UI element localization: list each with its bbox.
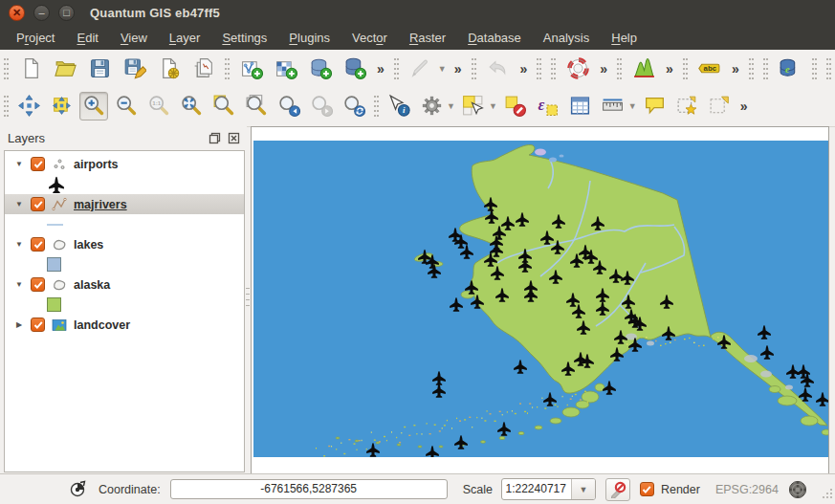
zoom-to-selection-icon[interactable] [209, 92, 238, 121]
deselect-icon[interactable] [501, 92, 530, 121]
composer-manager-icon[interactable] [188, 55, 217, 83]
zoom-to-layer-icon[interactable] [242, 92, 271, 121]
layer-name-label: alaska [74, 278, 110, 292]
map-canvas[interactable] [251, 126, 829, 474]
toolbar-drag-handle[interactable] [549, 56, 558, 81]
layer-item-lakes[interactable]: ▼lakes [5, 234, 244, 254]
window-resize-grip[interactable] [822, 488, 833, 502]
toolbar-overflow-chevron-icon[interactable]: » [598, 61, 609, 77]
help-contents-icon[interactable] [563, 55, 592, 83]
toolbar-drag-handle[interactable] [470, 56, 478, 81]
measure-dropdown-caret-icon[interactable]: ▼ [628, 101, 637, 111]
new-project-icon[interactable] [16, 55, 45, 83]
toggle-editing-dropdown-caret-icon[interactable]: ▼ [438, 64, 447, 74]
map-tools-gear-dropdown-caret-icon[interactable]: ▼ [447, 101, 455, 111]
menu-database[interactable]: Database [468, 31, 521, 45]
collapse-arrow-icon[interactable]: ▼ [14, 200, 24, 208]
menu-analysis[interactable]: Analysis [543, 31, 589, 45]
toolbar-drag-handle[interactable] [223, 56, 231, 81]
layer-visibility-checkbox[interactable] [31, 237, 45, 252]
measure-icon[interactable] [599, 92, 627, 121]
show-bookmarks-icon[interactable] [706, 92, 735, 121]
toolbar-overflow-chevron-icon[interactable]: » [664, 61, 675, 77]
expand-arrow-icon[interactable]: ▶ [14, 320, 24, 329]
layer-visibility-checkbox[interactable] [31, 277, 45, 292]
select-expression-icon[interactable]: ε [534, 92, 562, 121]
add-raster-layer-icon[interactable] [272, 55, 300, 83]
toolbar-drag-handle[interactable] [2, 56, 11, 81]
save-project-as-icon[interactable] [120, 55, 148, 83]
window-minimize-button[interactable]: – [33, 5, 50, 21]
menu-project[interactable]: Project [16, 31, 55, 45]
pan-to-selection-icon[interactable] [47, 92, 76, 121]
toolbar-overflow-chevron-icon[interactable]: » [375, 61, 386, 77]
toolbar-drag-handle[interactable] [615, 56, 624, 81]
scale-value[interactable]: 1:22240717 [502, 479, 571, 499]
zoom-out-icon[interactable] [112, 92, 141, 121]
save-project-icon[interactable] [85, 55, 114, 83]
float-panel-icon[interactable] [208, 131, 222, 145]
toolbar-overflow-chevron-icon[interactable]: » [452, 61, 464, 77]
open-project-icon[interactable] [51, 55, 79, 83]
scale-combobox[interactable]: 1:22240717 ▼ [501, 478, 596, 500]
zoom-in-icon[interactable] [79, 92, 108, 121]
evis-database-icon[interactable]: e [776, 55, 804, 83]
attribute-table-icon[interactable] [566, 92, 595, 121]
layer-item-landcover[interactable]: ▶landcover [5, 315, 244, 335]
menu-view[interactable]: View [121, 31, 147, 45]
toolbar-drag-handle[interactable] [681, 56, 690, 81]
identify-icon[interactable]: i [385, 92, 413, 121]
menu-edit[interactable]: Edit [77, 31, 98, 45]
layer-item-alaska[interactable]: ▼alaska [5, 274, 244, 295]
menu-settings[interactable]: Settings [222, 31, 267, 45]
close-panel-icon[interactable] [227, 131, 241, 145]
map-tips-icon[interactable] [641, 92, 670, 121]
toolbar-drag-handle[interactable] [810, 56, 819, 81]
render-checkbox[interactable] [640, 482, 654, 496]
new-print-composer-icon[interactable] [154, 55, 183, 83]
histogram-icon[interactable] [629, 55, 658, 83]
select-features-icon[interactable] [459, 92, 488, 121]
menu-help[interactable]: Help [611, 31, 637, 45]
layer-visibility-checkbox[interactable] [31, 157, 45, 171]
collapse-arrow-icon[interactable]: ▼ [14, 160, 24, 168]
window-maximize-button[interactable]: □ [58, 5, 75, 21]
add-spatialite-layer-icon[interactable] [341, 55, 369, 83]
menu-layer[interactable]: Layer [169, 31, 201, 45]
labeling-icon[interactable]: abc [695, 55, 724, 83]
toolbar-overflow-chevron-icon[interactable]: » [518, 61, 530, 77]
pan-icon[interactable] [14, 92, 43, 121]
toolbar-drag-handle[interactable] [392, 56, 401, 81]
layer-item-airports[interactable]: ▼airports [5, 154, 244, 174]
toolbar-drag-handle[interactable] [761, 56, 770, 81]
stop-rendering-button[interactable] [605, 478, 630, 501]
zoom-last-icon[interactable] [275, 92, 303, 121]
layer-item-majrivers[interactable]: ▼majrivers [5, 194, 244, 214]
menu-raster[interactable]: Raster [409, 31, 446, 45]
layer-visibility-checkbox[interactable] [31, 318, 45, 332]
zoom-full-icon[interactable] [177, 92, 206, 121]
toolbar-overflow-chevron-icon[interactable]: » [730, 61, 741, 77]
collapse-arrow-icon[interactable]: ▼ [14, 280, 24, 289]
menu-vector[interactable]: Vector [352, 31, 387, 45]
window-close-button[interactable]: ✕ [9, 5, 25, 21]
layer-visibility-checkbox[interactable] [31, 197, 45, 211]
collapse-arrow-icon[interactable]: ▼ [14, 240, 24, 249]
scale-dropdown-arrow-icon[interactable]: ▼ [571, 479, 595, 499]
coordinate-input[interactable]: -6761566,5287365 [170, 479, 448, 499]
toolbar-drag-handle[interactable] [372, 94, 381, 119]
mouse-position-icon[interactable] [69, 480, 87, 498]
map-tools-gear-icon[interactable] [417, 92, 446, 121]
toolbar-overflow-chevron-icon[interactable]: » [738, 99, 750, 114]
new-bookmark-icon[interactable] [673, 92, 702, 121]
add-vector-layer-icon[interactable] [237, 55, 266, 83]
zoom-refresh-icon[interactable] [340, 92, 368, 121]
toolbar-drag-handle[interactable] [824, 56, 833, 81]
crs-status-globe-icon[interactable] [788, 480, 807, 499]
toolbar-drag-handle[interactable] [747, 56, 756, 81]
add-postgis-layer-icon[interactable] [306, 55, 335, 83]
toolbar-drag-handle[interactable] [2, 94, 11, 119]
toolbar-drag-handle[interactable] [535, 56, 543, 81]
menu-plugins[interactable]: Plugins [289, 31, 330, 45]
select-features-dropdown-caret-icon[interactable]: ▼ [489, 101, 497, 111]
